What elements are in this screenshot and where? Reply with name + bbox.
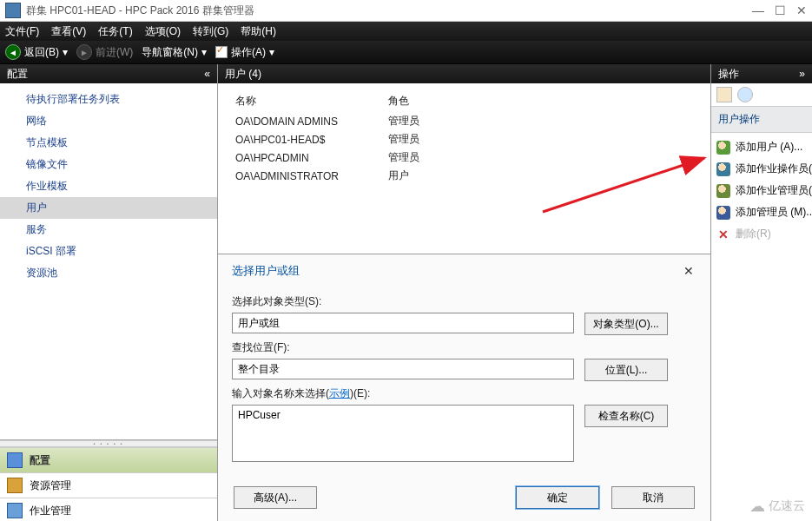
toolbar: ◄ 返回(B) ▾ ► 前进(W) 导航窗格(N) ▾ 操作(A) ▾ [0, 41, 812, 64]
help-icon[interactable] [737, 87, 753, 102]
forward-label: 前进(W) [96, 45, 133, 60]
expand-icon[interactable]: » [799, 68, 805, 80]
left-panel: 配置 « 待执行部署任务列表 网络 节点模板 镜像文件 作业模板 用户 服务 i… [0, 64, 218, 521]
middle-panel-title: 用户 (4) [225, 67, 261, 82]
nav-item-services[interactable]: 服务 [0, 219, 217, 241]
bottom-nav-resource[interactable]: 资源管理 [0, 472, 217, 498]
location-field [232, 359, 574, 379]
object-type-label: 选择此对象类型(S): [232, 294, 696, 309]
navpane-label: 导航窗格(N) [142, 45, 198, 60]
action-add-operator[interactable]: 添加作业操作员(O [711, 158, 812, 180]
nav-item-network[interactable]: 网络 [0, 110, 217, 132]
table-row[interactable]: OA\HPC01-HEAD$管理员 [228, 130, 700, 148]
menu-goto[interactable]: 转到(G) [193, 24, 228, 39]
bottom-nav-config[interactable]: 配置 [0, 447, 217, 472]
user-icon [716, 162, 730, 176]
examples-link[interactable]: 示例 [329, 387, 350, 399]
column-role[interactable]: 角色 [381, 90, 700, 112]
cell-role: 管理员 [381, 130, 700, 148]
user-icon [716, 141, 730, 155]
dropdown-icon: ▾ [63, 46, 68, 58]
close-button[interactable]: ✕ [796, 3, 807, 17]
navpane-button[interactable]: 导航窗格(N) ▾ [142, 45, 207, 60]
forward-button: ► 前进(W) [76, 44, 133, 60]
action-label: 添加用户 (A)... [736, 140, 802, 155]
cell-role: 管理员 [381, 112, 700, 130]
action-label: 删除(R) [736, 227, 771, 241]
action-add-jobadmin[interactable]: 添加作业管理员(J) [711, 180, 812, 201]
action-label: 添加作业管理员(J) [736, 183, 812, 198]
menu-options[interactable]: 选项(O) [145, 24, 181, 39]
actions-label: 操作(A) [231, 45, 266, 60]
left-bottom-nav: • • • • • 配置 资源管理 作业管理 [0, 439, 217, 521]
table-row[interactable]: OA\HPCADMIN管理员 [228, 148, 700, 167]
resource-icon [7, 478, 23, 493]
action-label: 添加作业操作员(O [736, 162, 812, 176]
menu-bar: 文件(F) 查看(V) 任务(T) 选项(O) 转到(G) 帮助(H) [0, 22, 812, 41]
config-icon [7, 452, 23, 468]
right-section-header: 用户操作 [711, 107, 812, 133]
menu-view[interactable]: 查看(V) [51, 24, 86, 39]
nav-item-images[interactable]: 镜像文件 [0, 154, 217, 175]
checkbox-icon [215, 46, 228, 58]
app-icon [5, 3, 21, 18]
nav-item-deploy-tasks[interactable]: 待执行部署任务列表 [0, 89, 217, 110]
location-button[interactable]: 位置(L)... [584, 359, 668, 381]
splitter-handle[interactable]: • • • • • [0, 440, 217, 447]
bottom-nav-config-label: 配置 [30, 453, 50, 468]
cell-name: OA\HPC01-HEAD$ [228, 130, 381, 148]
right-panel-title: 操作 [718, 67, 739, 82]
advanced-button[interactable]: 高级(A)... [234, 486, 317, 509]
bottom-nav-resource-label: 资源管理 [30, 478, 71, 493]
action-add-admin[interactable]: 添加管理员 (M)... [711, 201, 812, 223]
object-names-input[interactable]: HPCuser [232, 405, 574, 462]
ok-button[interactable]: 确定 [516, 486, 599, 509]
back-icon: ◄ [5, 44, 21, 60]
window-title: 群集 HPC01-HEAD - HPC Pack 2016 群集管理器 [26, 3, 752, 18]
nav-item-iscsi[interactable]: iSCSI 部署 [0, 241, 217, 262]
left-panel-title: 配置 [7, 67, 28, 82]
action-add-user[interactable]: 添加用户 (A)... [711, 136, 812, 158]
dialog-title: 选择用户或组 [232, 263, 300, 279]
users-list: 名称 角色 OA\DOMAIN ADMINS管理员 OA\HPC01-HEAD$… [218, 83, 710, 192]
bottom-nav-job-label: 作业管理 [30, 504, 71, 518]
minimize-button[interactable]: — [752, 3, 764, 17]
check-names-button[interactable]: 检查名称(C) [584, 405, 668, 427]
menu-help[interactable]: 帮助(H) [241, 24, 276, 39]
nav-item-node-templates[interactable]: 节点模板 [0, 132, 217, 154]
nav-item-resource-pools[interactable]: 资源池 [0, 262, 217, 284]
cell-role: 用户 [381, 167, 700, 185]
forward-icon: ► [76, 44, 92, 60]
dialog-close-button[interactable]: ✕ [681, 263, 696, 279]
right-tools [711, 83, 812, 107]
collapse-icon[interactable]: « [204, 68, 210, 80]
object-type-field [232, 313, 574, 333]
maximize-button[interactable]: ☐ [775, 3, 786, 17]
names-label-suffix: )(E): [350, 387, 370, 399]
object-type-button[interactable]: 对象类型(O)... [584, 313, 668, 335]
back-label: 返回(B) [24, 45, 59, 60]
menu-tasks[interactable]: 任务(T) [98, 24, 132, 39]
action-remove: 删除(R) [711, 223, 812, 245]
column-name[interactable]: 名称 [228, 90, 381, 112]
cell-name: OA\ADMINISTRATOR [228, 167, 381, 185]
delete-icon [716, 228, 730, 241]
table-row[interactable]: OA\DOMAIN ADMINS管理员 [228, 112, 700, 130]
left-panel-header: 配置 « [0, 64, 217, 83]
cell-role: 管理员 [381, 148, 700, 167]
bottom-nav-job[interactable]: 作业管理 [0, 498, 217, 521]
nav-item-job-templates[interactable]: 作业模板 [0, 175, 217, 197]
right-panel: 操作 » 用户操作 添加用户 (A)... 添加作业操作员(O 添加作业管理员(… [711, 64, 812, 521]
dropdown-icon: ▾ [269, 46, 274, 58]
actions-button[interactable]: 操作(A) ▾ [215, 45, 274, 60]
menu-file[interactable]: 文件(F) [5, 24, 39, 39]
nav-item-users[interactable]: 用户 [0, 197, 217, 219]
table-row[interactable]: OA\ADMINISTRATOR用户 [228, 167, 700, 185]
back-button[interactable]: ◄ 返回(B) ▾ [5, 44, 68, 60]
clipboard-icon[interactable] [716, 87, 732, 102]
cell-name: OA\HPCADMIN [228, 148, 381, 167]
right-panel-header: 操作 » [711, 64, 812, 83]
cancel-button[interactable]: 取消 [611, 486, 695, 509]
names-label-prefix: 输入对象名称来选择( [232, 387, 329, 399]
cell-name: OA\DOMAIN ADMINS [228, 112, 381, 130]
